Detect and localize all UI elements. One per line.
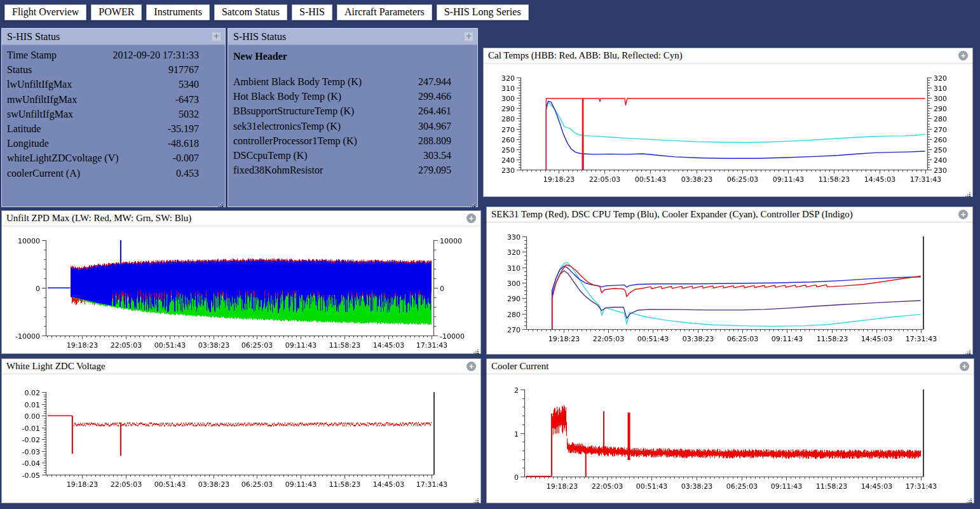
- tab-satcom-status[interactable]: Satcom Status: [214, 4, 287, 20]
- tab-instruments[interactable]: Instruments: [146, 4, 210, 20]
- status-label: mwUnfiltIfgMax: [7, 92, 77, 107]
- panel-title: S-HIS Status: [7, 31, 60, 43]
- status-label: fixed38KohmResistor: [233, 163, 323, 177]
- resize-grip[interactable]: [965, 346, 971, 353]
- tab-aircraft-parameters[interactable]: Aircraft Parameters: [337, 4, 432, 20]
- cooler-current-panel: Cooler Current +: [486, 358, 974, 503]
- status-label: Hot Black Body Temp (K): [233, 89, 341, 104]
- status-label: whiteLightZDCvoltage (V): [7, 151, 119, 165]
- resize-grip[interactable]: [473, 346, 479, 352]
- chart-title: Cal Temps (HBB: Red, ABB: Blu, Reflected…: [488, 50, 683, 61]
- status-value: 917767: [168, 62, 199, 77]
- status-label: Latitude: [7, 121, 41, 136]
- chart-title: White Light ZDC Voltage: [6, 361, 105, 372]
- status-row: Latitude-35.197: [2, 121, 225, 136]
- status-value: 279.095: [418, 163, 451, 177]
- status-row: whiteLightZDCvoltage (V)-0.007: [2, 151, 225, 165]
- status-value: 303.54: [423, 148, 451, 163]
- sek31-temps-panel: SEK31 Temp (Red), DSC CPU Temp (Blu), Co…: [486, 207, 973, 355]
- maximize-icon[interactable]: +: [212, 32, 221, 41]
- chart-title: Cooler Current: [491, 361, 548, 372]
- status-row: sek31electronicsTemp (K)304.967: [228, 119, 477, 133]
- status-value: -35.197: [168, 121, 199, 136]
- status-value: 5032: [179, 107, 199, 121]
- status-label: controllerProcessor1Temp (K): [233, 133, 357, 148]
- status-label: BBsupportStructureTemp (K): [233, 104, 354, 118]
- resize-grip[interactable]: [965, 189, 971, 195]
- status-value: 247.944: [418, 74, 451, 89]
- expand-icon[interactable]: +: [466, 214, 476, 223]
- expand-icon[interactable]: +: [958, 210, 968, 219]
- resize-grip[interactable]: [473, 495, 479, 501]
- tab-s-his-long-series[interactable]: S-HIS Long Series: [437, 4, 529, 20]
- panel-header: Unfilt ZPD Max (LW: Red, MW: Grn, SW: Bl…: [2, 211, 480, 226]
- resize-grip[interactable]: [966, 495, 972, 501]
- chart-title: Unfilt ZPD Max (LW: Red, MW: Grn, SW: Bl…: [6, 213, 191, 224]
- panel-header: White Light ZDC Voltage +: [2, 359, 480, 374]
- cal-temps-plot: [484, 64, 972, 196]
- white-light-zdc-plot: [2, 374, 480, 503]
- chart-title: SEK31 Temp (Red), DSC CPU Temp (Blu), Co…: [491, 209, 853, 220]
- expand-icon[interactable]: +: [958, 51, 968, 60]
- maximize-icon[interactable]: +: [464, 32, 473, 41]
- status-row: mwUnfiltIfgMax-6473: [2, 92, 225, 107]
- panel-header: Cal Temps (HBB: Red, ABB: Blu, Reflected…: [484, 48, 972, 64]
- status-row: DSCcpuTemp (K)303.54: [228, 148, 477, 163]
- status-value: -48.618: [168, 136, 199, 151]
- status-table: Ambient Black Body Temp (K)247.944Hot Bl…: [228, 74, 477, 177]
- status-label: sek31electronicsTemp (K): [233, 119, 341, 133]
- status-row: Status917767: [2, 62, 225, 77]
- status-row: Longitude-48.618: [2, 136, 225, 151]
- expand-icon[interactable]: +: [960, 362, 969, 371]
- status-row: BBsupportStructureTemp (K)264.461: [228, 104, 477, 118]
- status-row: lwUnfiltIfgMax5340: [2, 77, 225, 92]
- status-label: Time Stamp: [7, 48, 57, 62]
- cooler-current-plot: [487, 374, 974, 503]
- panel-header: SEK31 Temp (Red), DSC CPU Temp (Blu), Co…: [487, 207, 972, 222]
- status-table: Time Stamp2012-09-20 17:31:33Status91776…: [2, 45, 225, 180]
- status-value: 299.466: [418, 89, 451, 104]
- status-label: lwUnfiltIfgMax: [7, 77, 72, 92]
- tab-s-his[interactable]: S-HIS: [292, 4, 332, 20]
- status-row: Time Stamp2012-09-20 17:31:33: [2, 48, 225, 62]
- white-light-zdc-panel: White Light ZDC Voltage +: [1, 358, 481, 503]
- status-value: 5340: [179, 77, 199, 92]
- panel-header: S-HIS Status +: [228, 29, 477, 45]
- resize-grip[interactable]: [470, 199, 476, 205]
- status-label: coolerCurrent (A): [7, 166, 80, 180]
- status-value: 288.809: [418, 133, 451, 148]
- panel-header: S-HIS Status +: [2, 29, 225, 45]
- status-row: coolerCurrent (A)0.453: [2, 166, 225, 180]
- cal-temps-panel: Cal Temps (HBB: Red, ABB: Blu, Reflected…: [483, 48, 973, 197]
- status-value: -6473: [175, 92, 199, 107]
- status-row: fixed38KohmResistor279.095: [228, 163, 477, 177]
- status-value: 264.461: [418, 104, 451, 118]
- shis-status-panel-2: S-HIS Status + New Header Ambient Black …: [228, 28, 478, 207]
- status-label: Longitude: [7, 136, 49, 151]
- panel-header: Cooler Current +: [487, 359, 974, 374]
- status-label: Ambient Black Body Temp (K): [233, 74, 362, 89]
- tab-power[interactable]: POWER: [91, 4, 142, 20]
- status-label: Status: [7, 62, 32, 77]
- panel-title: S-HIS Status: [233, 31, 286, 43]
- tab-flight-overview[interactable]: Flight Overview: [4, 4, 86, 20]
- status-label: DSCcpuTemp (K): [233, 148, 308, 163]
- status-value: -0.007: [173, 151, 199, 165]
- status-row: Ambient Black Body Temp (K)247.944: [228, 74, 477, 89]
- resize-grip[interactable]: [217, 199, 224, 205]
- unfilt-zpd-max-panel: Unfilt ZPD Max (LW: Red, MW: Grn, SW: Bl…: [1, 210, 481, 354]
- shis-status-panel: S-HIS Status + Time Stamp2012-09-20 17:3…: [1, 28, 226, 207]
- sek31-temps-plot: [487, 222, 972, 354]
- status-value: 2012-09-20 17:31:33: [112, 48, 199, 62]
- status-row: Hot Black Body Temp (K)299.466: [228, 89, 477, 104]
- status-value: 0.453: [176, 166, 199, 180]
- tab-bar: Flight OverviewPOWERInstrumentsSatcom St…: [4, 4, 529, 20]
- status-label: swUnfiltIfgMax: [7, 107, 73, 121]
- status-row: controllerProcessor1Temp (K)288.809: [228, 133, 477, 148]
- expand-icon[interactable]: +: [466, 362, 476, 371]
- section-header: New Header: [228, 48, 477, 74]
- status-value: 304.967: [418, 119, 451, 133]
- unfilt-zpd-max-plot: [2, 226, 480, 353]
- status-row: swUnfiltIfgMax5032: [2, 107, 225, 121]
